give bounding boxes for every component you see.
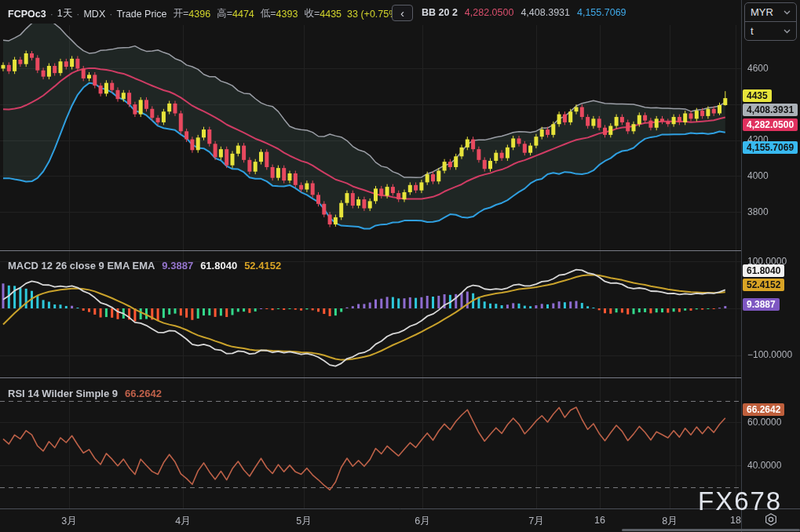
rsi-value: 66.2642 (125, 388, 162, 399)
unit-select[interactable]: t (745, 21, 796, 40)
symbol-name: FCPOc3 (8, 9, 46, 20)
collapse-toolbar-button[interactable]: ‹ (392, 5, 413, 21)
chart-root: FCPOc3 · 1天 · MDX · Trade Price 开=4396 高… (0, 0, 800, 532)
axis-tick-label: 3800 (747, 206, 769, 217)
axis-tick-label: −100.0000 (747, 349, 792, 360)
price-badge: 9.3887 (743, 298, 780, 311)
axis-tick-label: 40.0000 (747, 460, 781, 471)
bollinger-legend: BB 20 2 4,282.0500 4,408.3931 4,155.7069 (422, 7, 626, 18)
interval-label: 1天 (57, 7, 72, 20)
time-tick-label: 6月 (395, 515, 450, 528)
currency-select[interactable]: MYR (745, 3, 796, 21)
low-label: 低= (261, 7, 276, 20)
macd-line-value: 61.8040 (200, 260, 237, 271)
time-tick-label: 5月 (276, 515, 331, 528)
axis-tick-label: 60.0000 (747, 417, 781, 428)
watermark: FX678 (698, 486, 782, 516)
price-badge: 4435 (743, 89, 772, 102)
chevron-down-icon (784, 10, 791, 15)
time-tick-label: 8月 (642, 515, 697, 528)
open-value: 4396 (188, 9, 210, 20)
main-pane-legend: FCPOc3 · 1天 · MDX · Trade Price 开=4396 高… (8, 7, 401, 20)
price-badge: 52.4152 (743, 279, 784, 291)
price-badge: 4,282.0500 (743, 118, 798, 131)
macd-hist-value: 9.3887 (162, 260, 193, 271)
time-tick-label: 3月 (42, 515, 97, 528)
price-badge: 66.2642 (743, 403, 784, 416)
bb-basis-value: 4,282.0500 (465, 7, 514, 18)
close-value: 4435 (320, 9, 342, 20)
unit-value: t (751, 25, 754, 37)
close-label: 收= (304, 7, 320, 20)
time-tick-label: 7月 (509, 515, 564, 528)
high-label: 高= (217, 7, 232, 20)
currency-unit-selector: MYR t (744, 2, 797, 41)
time-tick-label: 16 (572, 515, 627, 526)
high-value: 4474 (232, 9, 254, 20)
rsi-pane-legend: RSI 14 Wilder Simple 9 66.2642 (8, 388, 162, 399)
time-tick-label: 4月 (155, 515, 210, 528)
bb-upper-value: 4,408.3931 (521, 7, 570, 18)
chevron-down-icon (784, 29, 791, 34)
time-tick-label: 18 (708, 515, 763, 526)
bb-title: BB 20 2 (422, 7, 458, 18)
legend-separator-dot: · (50, 9, 53, 20)
price-badge: 61.8040 (743, 264, 784, 277)
horizontal-scrollbar[interactable] (622, 529, 800, 531)
legend-separator-dot: · (109, 9, 112, 20)
macd-title: MACD 12 26 close 9 EMA EMA (8, 260, 155, 271)
exchange-label: MDX (83, 9, 105, 20)
axis-tick-label: 4000 (747, 170, 769, 181)
rsi-title: RSI 14 Wilder Simple 9 (8, 388, 118, 399)
series-type-label: Trade Price (116, 9, 166, 20)
macd-signal-value: 52.4152 (244, 260, 281, 271)
low-value: 4393 (276, 9, 298, 20)
open-label: 开= (174, 7, 189, 20)
legend-separator-dot: · (76, 9, 79, 20)
axis-tick-label: 4600 (747, 63, 769, 74)
bb-lower-value: 4,155.7069 (577, 7, 626, 18)
currency-value: MYR (751, 6, 773, 18)
price-badge: 4,155.7069 (743, 141, 798, 154)
price-axis[interactable]: 4600420040003800100.0000−100.000060.0000… (742, 0, 800, 508)
macd-pane-legend: MACD 12 26 close 9 EMA EMA 9.3887 61.804… (8, 260, 281, 271)
price-badge: 4,408.3931 (743, 104, 798, 116)
